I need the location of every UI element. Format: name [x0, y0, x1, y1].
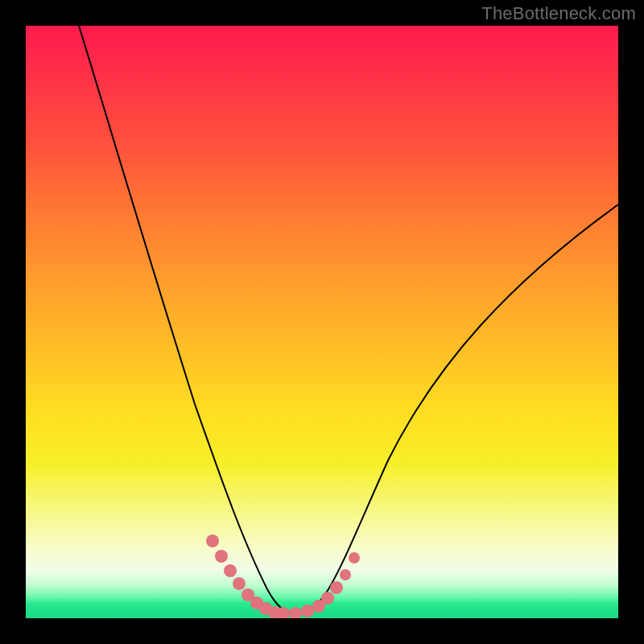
chart-frame: TheBottleneck.com	[0, 0, 644, 644]
bottleneck-curve-path	[79, 26, 618, 613]
bottleneck-curve-svg	[26, 26, 618, 618]
svg-point-1	[215, 550, 228, 563]
svg-point-10	[301, 605, 314, 617]
svg-point-15	[349, 552, 360, 564]
svg-point-2	[224, 564, 237, 577]
svg-point-9	[289, 607, 302, 618]
svg-point-0	[206, 535, 219, 547]
svg-point-13	[330, 581, 343, 594]
marker-cluster-left	[206, 535, 272, 615]
svg-point-3	[233, 577, 246, 590]
marker-cluster-right	[321, 552, 360, 605]
plot-area	[26, 26, 618, 618]
svg-point-14	[340, 569, 351, 580]
watermark-text: TheBottleneck.com	[481, 3, 636, 24]
svg-point-12	[321, 592, 334, 605]
